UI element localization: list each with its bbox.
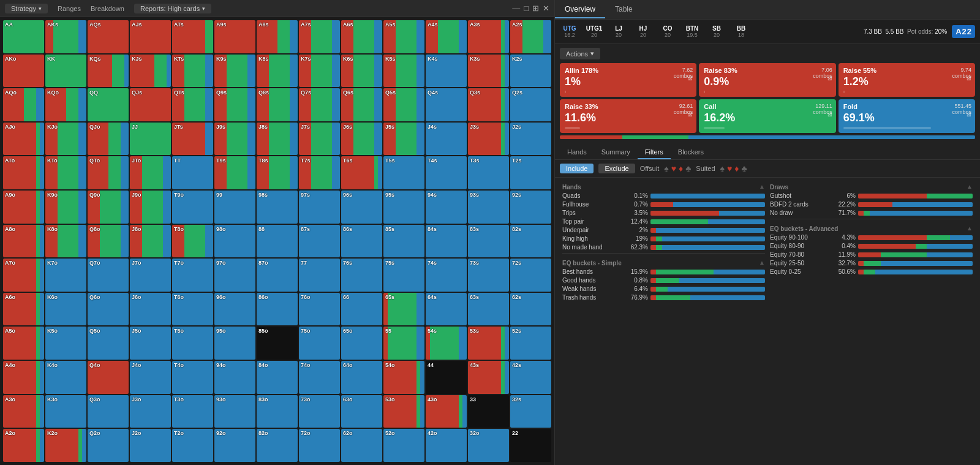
cell-KTo[interactable]: KTo — [45, 156, 86, 189]
cell-K5s[interactable]: K5s — [383, 55, 424, 88]
position-bb[interactable]: BB 18 — [731, 25, 751, 38]
cell-T8o[interactable]: T8o — [172, 225, 213, 258]
cell-T3o[interactable]: T3o — [172, 395, 213, 428]
cell-T6s[interactable]: T6s — [341, 156, 382, 189]
cell-65s[interactable]: 65s — [383, 293, 424, 326]
cell-Q6o[interactable]: Q6o — [88, 293, 129, 326]
cell-55[interactable]: 55 — [383, 327, 424, 360]
cell-97o[interactable]: 97o — [214, 259, 255, 292]
cell-K9o[interactable]: K9o — [45, 191, 86, 224]
cell-42o[interactable]: 42o — [426, 429, 467, 462]
cell-T9s[interactable]: T9s — [214, 156, 255, 189]
minimize-icon[interactable]: — — [512, 4, 520, 13]
cell-K6s[interactable]: K6s — [341, 55, 382, 88]
eq-advanced-sort-icon[interactable]: ▲ — [967, 225, 973, 232]
cell-77[interactable]: 77 — [299, 259, 340, 292]
cell-Q7s[interactable]: Q7s — [299, 88, 340, 121]
cell-64s[interactable]: 64s — [426, 293, 467, 326]
diamond-offsuit-icon[interactable]: ♦ — [679, 164, 683, 173]
cell-93s[interactable]: 93s — [468, 191, 509, 224]
cell-93o[interactable]: 93o — [214, 395, 255, 428]
cell-JTo[interactable]: JTo — [130, 156, 171, 189]
cell-K2o[interactable]: K2o — [45, 429, 86, 462]
cell-22[interactable]: 22 — [510, 429, 551, 462]
cell-53o[interactable]: 53o — [383, 395, 424, 428]
tab-hands[interactable]: Hands — [560, 146, 594, 159]
cell-Q3s[interactable]: Q3s — [468, 88, 509, 121]
cell-K9s[interactable]: K9s — [214, 55, 255, 88]
grid-icon[interactable]: ⊞ — [532, 4, 539, 13]
close-icon[interactable]: ✕ — [543, 4, 549, 13]
cell-A8s[interactable]: A8s — [257, 20, 298, 53]
cell-AQs[interactable]: AQs — [88, 20, 129, 53]
cell-75s[interactable]: 75s — [383, 259, 424, 292]
cell-J3s[interactable]: J3s — [468, 123, 509, 156]
cell-T8s[interactable]: T8s — [257, 156, 298, 189]
cell-K6o[interactable]: K6o — [45, 293, 86, 326]
cell-J9s[interactable]: J9s — [214, 123, 255, 156]
cell-Q8o[interactable]: Q8o — [88, 225, 129, 258]
cell-62o[interactable]: 62o — [341, 429, 382, 462]
cell-AQo[interactable]: AQo — [3, 88, 44, 121]
cell-T2o[interactable]: T2o — [172, 429, 213, 462]
cell-QQ[interactable]: QQ — [88, 88, 129, 121]
heart-suited-icon[interactable]: ♥ — [727, 164, 732, 173]
cell-K4o[interactable]: K4o — [45, 361, 86, 394]
cell-AJo[interactable]: AJo — [3, 123, 44, 156]
cell-J2o[interactable]: J2o — [130, 429, 171, 462]
include-button[interactable]: Include — [560, 164, 594, 173]
cell-AA[interactable]: AA — [3, 20, 44, 53]
cell-43o[interactable]: 43o — [426, 395, 467, 428]
cell-85s[interactable]: 85s — [383, 225, 424, 258]
cell-JJ[interactable]: JJ — [130, 123, 171, 156]
tab-filters[interactable]: Filters — [638, 146, 671, 159]
cell-Q6s[interactable]: Q6s — [341, 88, 382, 121]
cell-J8o[interactable]: J8o — [130, 225, 171, 258]
cell-A9o[interactable]: A9o — [3, 191, 44, 224]
cell-TT[interactable]: TT — [172, 156, 213, 189]
position-sb[interactable]: SB 20 — [707, 25, 726, 38]
cell-T7s[interactable]: T7s — [299, 156, 340, 189]
cell-95s[interactable]: 95s — [383, 191, 424, 224]
cell-A3o[interactable]: A3o — [3, 395, 44, 428]
cell-84s[interactable]: 84s — [426, 225, 467, 258]
cell-Q8s[interactable]: Q8s — [257, 88, 298, 121]
cell-33[interactable]: 33 — [468, 395, 509, 428]
cell-K7o[interactable]: K7o — [45, 259, 86, 292]
cell-62s[interactable]: 62s — [510, 293, 551, 326]
cell-T5s[interactable]: T5s — [383, 156, 424, 189]
cell-87o[interactable]: 87o — [257, 259, 298, 292]
cell-K7s[interactable]: K7s — [299, 55, 340, 88]
tab-table[interactable]: Table — [605, 1, 643, 18]
cell-T9o[interactable]: T9o — [172, 191, 213, 224]
cell-A7s[interactable]: A7s — [299, 20, 340, 53]
cell-Q4s[interactable]: Q4s — [426, 88, 467, 121]
cell-74s[interactable]: 74s — [426, 259, 467, 292]
cell-AKo[interactable]: AKo — [3, 55, 44, 88]
cell-94s[interactable]: 94s — [426, 191, 467, 224]
cell-A4s[interactable]: A4s — [426, 20, 467, 53]
cell-T2s[interactable]: T2s — [510, 156, 551, 189]
cell-74o[interactable]: 74o — [299, 361, 340, 394]
cell-72s[interactable]: 72s — [510, 259, 551, 292]
cell-T6o[interactable]: T6o — [172, 293, 213, 326]
spade-suited-icon[interactable]: ♠ — [720, 164, 725, 173]
cell-KTs[interactable]: KTs — [172, 55, 213, 88]
cell-Q7o[interactable]: Q7o — [88, 259, 129, 292]
cell-A7o[interactable]: A7o — [3, 259, 44, 292]
action-card-fold[interactable]: Fold 69.1% 551.45combos ⊠ — [839, 99, 975, 133]
cell-83s[interactable]: 83s — [468, 225, 509, 258]
cell-QTo[interactable]: QTo — [88, 156, 129, 189]
cell-T5o[interactable]: T5o — [172, 327, 213, 360]
spade-offsuit-icon[interactable]: ♠ — [664, 164, 668, 173]
cell-K8s[interactable]: K8s — [257, 55, 298, 88]
cell-32o[interactable]: 32o — [468, 429, 509, 462]
cell-J5o[interactable]: J5o — [130, 327, 171, 360]
exclude-button[interactable]: Exclude — [598, 164, 635, 173]
cell-K3s[interactable]: K3s — [468, 55, 509, 88]
draws-sort-icon[interactable]: ▲ — [967, 183, 973, 190]
cell-J4s[interactable]: J4s — [426, 123, 467, 156]
cell-42s[interactable]: 42s — [510, 361, 551, 394]
cell-A4o[interactable]: A4o — [3, 361, 44, 394]
cell-75o[interactable]: 75o — [299, 327, 340, 360]
